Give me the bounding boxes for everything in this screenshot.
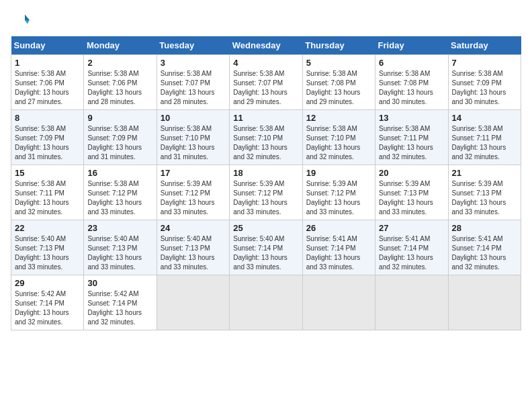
calendar-cell: 16Sunrise: 5:38 AM Sunset: 7:12 PM Dayli… [84, 165, 157, 220]
day-number: 27 [379, 223, 444, 233]
weekday-header: Sunday [11, 36, 84, 55]
logo [11, 11, 32, 30]
svg-marker-1 [25, 20, 30, 24]
day-info: Sunrise: 5:39 AM Sunset: 7:13 PM Dayligh… [452, 179, 517, 217]
day-number: 30 [87, 278, 152, 288]
day-number: 11 [233, 113, 298, 123]
calendar-cell: 6Sunrise: 5:38 AM Sunset: 7:08 PM Daylig… [375, 55, 448, 110]
day-info: Sunrise: 5:38 AM Sunset: 7:12 PM Dayligh… [87, 179, 152, 217]
day-number: 10 [161, 113, 226, 123]
weekday-header: Monday [84, 36, 157, 55]
logo-icon [11, 11, 30, 30]
day-info: Sunrise: 5:38 AM Sunset: 7:10 PM Dayligh… [161, 124, 226, 162]
calendar-cell [375, 275, 448, 330]
day-info: Sunrise: 5:38 AM Sunset: 7:08 PM Dayligh… [379, 69, 444, 107]
day-number: 17 [161, 168, 226, 178]
day-number: 24 [161, 223, 226, 233]
calendar-cell: 14Sunrise: 5:38 AM Sunset: 7:11 PM Dayli… [448, 110, 521, 165]
day-info: Sunrise: 5:38 AM Sunset: 7:10 PM Dayligh… [233, 124, 298, 162]
calendar-cell [448, 275, 521, 330]
day-number: 2 [87, 58, 152, 68]
calendar-cell: 19Sunrise: 5:39 AM Sunset: 7:12 PM Dayli… [302, 165, 375, 220]
day-number: 21 [452, 168, 517, 178]
day-number: 8 [15, 113, 80, 123]
calendar-cell [230, 275, 302, 330]
day-info: Sunrise: 5:40 AM Sunset: 7:14 PM Dayligh… [233, 234, 298, 272]
day-info: Sunrise: 5:38 AM Sunset: 7:08 PM Dayligh… [306, 69, 371, 107]
day-number: 7 [452, 58, 517, 68]
weekday-header: Tuesday [157, 36, 229, 55]
calendar-cell [302, 275, 375, 330]
day-info: Sunrise: 5:38 AM Sunset: 7:09 PM Dayligh… [15, 124, 80, 162]
calendar-cell: 28Sunrise: 5:41 AM Sunset: 7:14 PM Dayli… [448, 220, 521, 275]
day-number: 13 [379, 113, 444, 123]
calendar-week-row: 8Sunrise: 5:38 AM Sunset: 7:09 PM Daylig… [11, 110, 521, 165]
day-number: 28 [452, 223, 517, 233]
weekday-header: Saturday [448, 36, 521, 55]
calendar-cell: 9Sunrise: 5:38 AM Sunset: 7:09 PM Daylig… [84, 110, 157, 165]
calendar-cell: 2Sunrise: 5:38 AM Sunset: 7:06 PM Daylig… [84, 55, 157, 110]
calendar-cell: 18Sunrise: 5:39 AM Sunset: 7:12 PM Dayli… [230, 165, 302, 220]
calendar-cell: 10Sunrise: 5:38 AM Sunset: 7:10 PM Dayli… [157, 110, 229, 165]
day-number: 1 [15, 58, 80, 68]
day-info: Sunrise: 5:41 AM Sunset: 7:14 PM Dayligh… [306, 234, 371, 272]
day-info: Sunrise: 5:38 AM Sunset: 7:06 PM Dayligh… [15, 69, 80, 107]
calendar-cell: 1Sunrise: 5:38 AM Sunset: 7:06 PM Daylig… [11, 55, 84, 110]
day-info: Sunrise: 5:39 AM Sunset: 7:12 PM Dayligh… [233, 179, 298, 217]
day-number: 18 [233, 168, 298, 178]
day-number: 15 [15, 168, 80, 178]
day-info: Sunrise: 5:38 AM Sunset: 7:09 PM Dayligh… [87, 124, 152, 162]
day-number: 29 [15, 278, 80, 288]
page-header [11, 11, 521, 30]
calendar-cell: 26Sunrise: 5:41 AM Sunset: 7:14 PM Dayli… [302, 220, 375, 275]
calendar-cell: 3Sunrise: 5:38 AM Sunset: 7:07 PM Daylig… [157, 55, 229, 110]
day-info: Sunrise: 5:42 AM Sunset: 7:14 PM Dayligh… [87, 289, 152, 327]
day-info: Sunrise: 5:38 AM Sunset: 7:09 PM Dayligh… [452, 69, 517, 107]
day-number: 26 [306, 223, 371, 233]
day-info: Sunrise: 5:38 AM Sunset: 7:11 PM Dayligh… [452, 124, 517, 162]
day-number: 14 [452, 113, 517, 123]
calendar-cell: 27Sunrise: 5:41 AM Sunset: 7:14 PM Dayli… [375, 220, 448, 275]
calendar-cell: 4Sunrise: 5:38 AM Sunset: 7:07 PM Daylig… [230, 55, 302, 110]
day-info: Sunrise: 5:41 AM Sunset: 7:14 PM Dayligh… [452, 234, 517, 272]
day-info: Sunrise: 5:40 AM Sunset: 7:13 PM Dayligh… [15, 234, 80, 272]
calendar-cell: 5Sunrise: 5:38 AM Sunset: 7:08 PM Daylig… [302, 55, 375, 110]
day-info: Sunrise: 5:41 AM Sunset: 7:14 PM Dayligh… [379, 234, 444, 272]
calendar-cell: 13Sunrise: 5:38 AM Sunset: 7:11 PM Dayli… [375, 110, 448, 165]
day-info: Sunrise: 5:42 AM Sunset: 7:14 PM Dayligh… [15, 289, 80, 327]
day-info: Sunrise: 5:38 AM Sunset: 7:10 PM Dayligh… [306, 124, 371, 162]
day-number: 4 [233, 58, 298, 68]
day-info: Sunrise: 5:39 AM Sunset: 7:12 PM Dayligh… [306, 179, 371, 217]
day-info: Sunrise: 5:40 AM Sunset: 7:13 PM Dayligh… [87, 234, 152, 272]
svg-marker-0 [25, 15, 30, 20]
calendar-cell: 12Sunrise: 5:38 AM Sunset: 7:10 PM Dayli… [302, 110, 375, 165]
calendar-cell: 17Sunrise: 5:39 AM Sunset: 7:12 PM Dayli… [157, 165, 229, 220]
calendar-cell: 21Sunrise: 5:39 AM Sunset: 7:13 PM Dayli… [448, 165, 521, 220]
day-number: 23 [87, 223, 152, 233]
day-info: Sunrise: 5:38 AM Sunset: 7:11 PM Dayligh… [15, 179, 80, 217]
calendar-cell: 8Sunrise: 5:38 AM Sunset: 7:09 PM Daylig… [11, 110, 84, 165]
day-number: 19 [306, 168, 371, 178]
day-number: 25 [233, 223, 298, 233]
day-info: Sunrise: 5:38 AM Sunset: 7:07 PM Dayligh… [161, 69, 226, 107]
calendar-cell: 22Sunrise: 5:40 AM Sunset: 7:13 PM Dayli… [11, 220, 84, 275]
calendar-cell: 7Sunrise: 5:38 AM Sunset: 7:09 PM Daylig… [448, 55, 521, 110]
calendar-week-row: 1Sunrise: 5:38 AM Sunset: 7:06 PM Daylig… [11, 55, 521, 110]
calendar-cell: 24Sunrise: 5:40 AM Sunset: 7:13 PM Dayli… [157, 220, 229, 275]
day-number: 5 [306, 58, 371, 68]
calendar-cell: 15Sunrise: 5:38 AM Sunset: 7:11 PM Dayli… [11, 165, 84, 220]
day-number: 6 [379, 58, 444, 68]
calendar-cell: 29Sunrise: 5:42 AM Sunset: 7:14 PM Dayli… [11, 275, 84, 330]
calendar-week-row: 29Sunrise: 5:42 AM Sunset: 7:14 PM Dayli… [11, 275, 521, 330]
calendar-cell: 23Sunrise: 5:40 AM Sunset: 7:13 PM Dayli… [84, 220, 157, 275]
day-info: Sunrise: 5:38 AM Sunset: 7:06 PM Dayligh… [87, 69, 152, 107]
calendar-table: SundayMondayTuesdayWednesdayThursdayFrid… [11, 36, 521, 330]
header-row: SundayMondayTuesdayWednesdayThursdayFrid… [11, 36, 521, 55]
calendar-cell [157, 275, 229, 330]
calendar-cell: 25Sunrise: 5:40 AM Sunset: 7:14 PM Dayli… [230, 220, 302, 275]
calendar-cell: 20Sunrise: 5:39 AM Sunset: 7:13 PM Dayli… [375, 165, 448, 220]
day-info: Sunrise: 5:39 AM Sunset: 7:12 PM Dayligh… [161, 179, 226, 217]
day-info: Sunrise: 5:38 AM Sunset: 7:11 PM Dayligh… [379, 124, 444, 162]
calendar-week-row: 22Sunrise: 5:40 AM Sunset: 7:13 PM Dayli… [11, 220, 521, 275]
calendar-cell: 30Sunrise: 5:42 AM Sunset: 7:14 PM Dayli… [84, 275, 157, 330]
